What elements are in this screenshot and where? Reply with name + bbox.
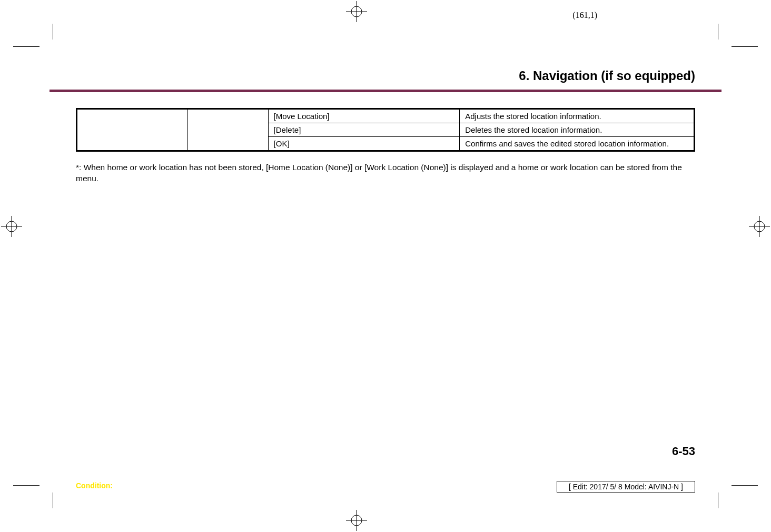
condition-label: Condition:: [76, 481, 113, 490]
table-cell-empty: [188, 109, 268, 151]
registration-mark-top: [346, 1, 367, 22]
crop-mark: [732, 46, 758, 47]
crop-mark: [13, 485, 39, 486]
content-area: [Move Location] Adjusts the stored locat…: [50, 92, 721, 184]
registration-mark-right: [749, 216, 770, 237]
table-cell-option: [Move Location]: [268, 109, 460, 123]
table-cell-option: [Delete]: [268, 123, 460, 137]
table-cell-description: Adjusts the stored location information.: [460, 109, 695, 123]
table-cell-empty: [77, 109, 188, 151]
footnote-text: *: When home or work location has not be…: [76, 162, 695, 184]
page-frame: 6. Navigation (if so equipped) [Move Loc…: [50, 32, 721, 500]
page-coordinate: (161,1): [572, 11, 597, 20]
page-number: 6-53: [672, 445, 695, 458]
table-cell-option: [OK]: [268, 137, 460, 151]
table-cell-description: Deletes the stored location information.: [460, 123, 695, 137]
crop-mark: [732, 485, 758, 486]
table-row: [Move Location] Adjusts the stored locat…: [77, 109, 695, 123]
section-title: 6. Navigation (if so equipped): [50, 68, 695, 83]
edit-info-box: [ Edit: 2017/ 5/ 8 Model: AIVINJ-N ]: [557, 481, 695, 492]
registration-mark-bottom: [346, 510, 367, 531]
table-cell-description: Confirms and saves the edited stored loc…: [460, 137, 695, 151]
crop-mark: [13, 46, 39, 47]
settings-table: [Move Location] Adjusts the stored locat…: [76, 108, 695, 152]
registration-mark-left: [1, 216, 22, 237]
